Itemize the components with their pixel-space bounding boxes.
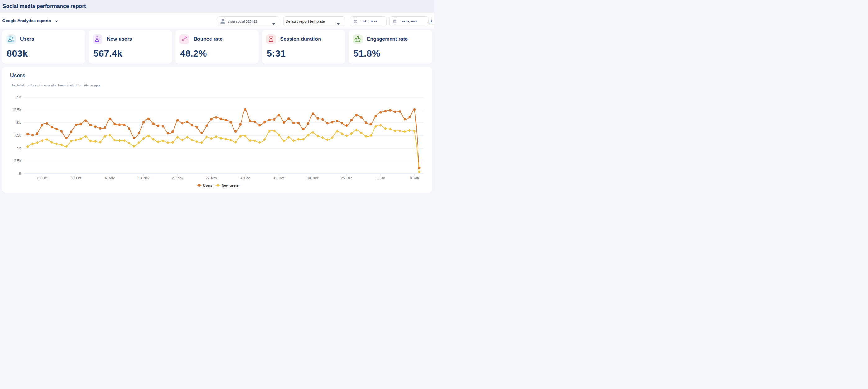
svg-text:8. Jan: 8. Jan (410, 176, 419, 180)
svg-text:13. Nov: 13. Nov (138, 176, 149, 180)
svg-text:2.5k: 2.5k (14, 159, 22, 163)
svg-text:23. Oct: 23. Oct (37, 176, 47, 180)
svg-text:25. Dec: 25. Dec (341, 176, 352, 180)
svg-text:New users: New users (222, 184, 239, 187)
svg-text:11. Dec: 11. Dec (274, 176, 284, 180)
svg-text:12.5k: 12.5k (12, 108, 21, 112)
svg-text:10k: 10k (15, 120, 21, 125)
svg-text:Users: Users (203, 184, 212, 187)
svg-text:20. Nov: 20. Nov (172, 176, 183, 180)
svg-text:30. Oct: 30. Oct (70, 176, 81, 180)
svg-text:27. Nov: 27. Nov (206, 176, 217, 180)
svg-text:4. Dec: 4. Dec (240, 176, 250, 180)
svg-text:6. Nov: 6. Nov (105, 176, 115, 180)
svg-text:7.5k: 7.5k (14, 133, 22, 138)
svg-text:0: 0 (19, 171, 21, 176)
svg-text:15k: 15k (15, 95, 21, 100)
svg-text:1. Jan: 1. Jan (376, 176, 385, 180)
svg-text:18. Dec: 18. Dec (307, 176, 318, 180)
svg-text:5k: 5k (17, 146, 22, 150)
